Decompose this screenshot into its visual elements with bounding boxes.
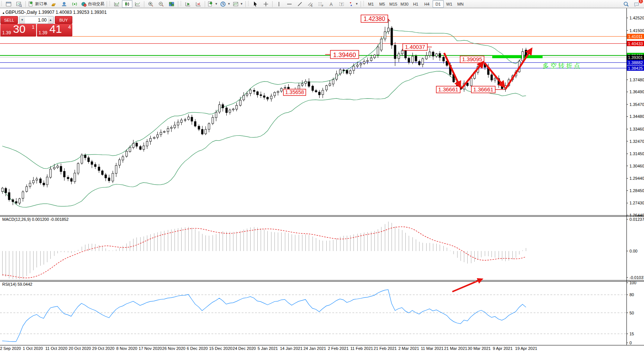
date-axis: 22 Sep 20201 Oct 202011 Oct 202020 Oct 2… xyxy=(0,346,537,351)
indicators-button[interactable]: ▼ xyxy=(206,0,219,8)
svg-text:1.41500: 1.41500 xyxy=(629,28,644,33)
date-tick-label: 19 Apr 2021 xyxy=(515,346,537,351)
arrows-dropdown-caret: ▼ xyxy=(355,2,358,6)
buy-price-small: 1.39 xyxy=(39,30,47,35)
search-button[interactable] xyxy=(621,0,631,8)
annotation-text: 1.42380 xyxy=(364,16,385,22)
one-click-trading-panel: SELL ▼ 1.00 ▲ BUY 1.39 30 1 1.39 41 4 xyxy=(0,16,72,37)
sell-price-small: 1.39 xyxy=(2,30,11,35)
svg-text:1.29440: 1.29440 xyxy=(629,176,644,181)
chart-ohlc-values: 1.39907 1.40083 1.39253 1.39301 xyxy=(38,10,107,15)
text-label-tool-button[interactable]: T xyxy=(336,0,347,8)
window-icon-button[interactable] xyxy=(3,0,14,8)
date-tick-label: 2 Feb 2021 xyxy=(328,346,349,351)
svg-text:1.35470: 1.35470 xyxy=(629,102,644,107)
date-tick-label: 14 Jan 2021 xyxy=(280,346,303,351)
annotation-text: 1.39460 xyxy=(333,51,356,59)
date-tick-label: 20 Oct 2020 xyxy=(69,346,91,351)
horizontal-line-tool-button[interactable] xyxy=(284,0,295,8)
crosshair-icon xyxy=(263,1,269,7)
support-zone-rectangle[interactable] xyxy=(492,55,543,58)
candlestick-icon xyxy=(124,1,130,7)
vertical-line-tool-button[interactable] xyxy=(274,0,284,8)
timeframe-h1-button[interactable]: H1 xyxy=(410,0,421,8)
equidistant-channel-tool-button[interactable]: E xyxy=(305,0,315,8)
line-chart-mode-button[interactable] xyxy=(132,0,143,8)
date-tick-label: 1 Oct 2020 xyxy=(23,346,43,351)
timeframe-m5-button[interactable]: M5 xyxy=(377,0,388,8)
gold-bar-icon xyxy=(51,1,57,7)
chart-shift-button[interactable] xyxy=(193,0,204,8)
indicators-icon xyxy=(207,1,213,7)
date-tick-label: 21 Mar 2021 xyxy=(444,346,467,351)
auto-scroll-button[interactable] xyxy=(183,0,193,8)
mt4-window: { "toolbar": { "new_order_label": "新订单",… xyxy=(0,0,644,351)
autotrade-button[interactable]: 自动交易 xyxy=(80,0,106,8)
vertical-line-icon xyxy=(276,1,282,7)
timeframe-m15-button[interactable]: M15 xyxy=(388,0,399,8)
date-tick-label: 29 Oct 2020 xyxy=(92,346,114,351)
profile-charts-button[interactable] xyxy=(14,0,24,8)
timeframe-h4-button[interactable]: H4 xyxy=(421,0,433,8)
svg-text:E: E xyxy=(311,4,313,7)
signals-button[interactable] xyxy=(69,0,80,8)
timeframe-w1-button[interactable]: W1 xyxy=(444,0,455,8)
svg-text:80: 80 xyxy=(629,292,634,297)
sell-price-big: 30 xyxy=(13,23,25,35)
note-layer[interactable]: 多空转折点 xyxy=(543,62,582,69)
candlestick-mode-button[interactable] xyxy=(122,0,132,8)
turning-point-note[interactable]: 多空转折点 xyxy=(543,62,582,69)
channel-icon: E xyxy=(307,1,313,7)
date-tick-label: 5 Jan 2021 xyxy=(258,346,278,351)
community-button[interactable] xyxy=(59,0,69,8)
svg-text:1.27430: 1.27430 xyxy=(629,201,644,205)
svg-text:T: T xyxy=(340,2,343,6)
buy-quote-panel[interactable]: 1.39 41 4 xyxy=(37,24,73,37)
fibonacci-icon: F xyxy=(318,1,324,7)
chart-magnifier-icon xyxy=(16,1,22,7)
timeframe-mn-button[interactable]: MN xyxy=(455,0,466,8)
chart-title: ▴GBPUSD-,Daily 1.39907 1.40083 1.39253 1… xyxy=(3,10,107,15)
text-tool-button[interactable]: A xyxy=(326,0,336,8)
date-tick-label: 24 Dec 2020 xyxy=(233,346,256,351)
arrows-tool-button[interactable]: ▼ xyxy=(347,0,359,8)
timeframe-m1-button[interactable]: M1 xyxy=(365,0,377,8)
timeframe-m30-button[interactable]: M30 xyxy=(399,0,410,8)
date-tick-label: 6 Dec 2020 xyxy=(187,346,208,351)
macd-label: MACD(12,26,9) 0.001200 -0.001852 xyxy=(2,217,69,222)
chart-shift-icon xyxy=(195,1,201,7)
svg-text:A: A xyxy=(330,1,333,7)
date-tick-label: 9 Apr 2021 xyxy=(493,346,512,351)
tile-windows-button[interactable] xyxy=(166,0,177,8)
date-tick-label: 21 Feb 2021 xyxy=(374,346,397,351)
notifications-button[interactable]: 1 xyxy=(631,0,642,8)
clock-icon xyxy=(220,1,226,7)
trendline-tool-button[interactable] xyxy=(295,0,305,8)
cursor-tool-button[interactable] xyxy=(250,0,261,8)
periods-button[interactable]: ▼ xyxy=(219,0,232,8)
fibonacci-tool-button[interactable]: F xyxy=(315,0,326,8)
bar-chart-mode-button[interactable] xyxy=(111,0,122,8)
svg-text:1.38425: 1.38425 xyxy=(628,66,643,70)
tile-windows-icon xyxy=(169,1,175,7)
chart-symbol-marker: ▴ xyxy=(3,11,4,15)
chart-canvas[interactable]: 1.425201.415001.374801.364901.354701.344… xyxy=(0,0,644,351)
crosshair-tool-button[interactable] xyxy=(261,0,271,8)
window-icon xyxy=(6,1,12,7)
date-tick-label: 24 Jan 2021 xyxy=(304,346,326,351)
text-icon: A xyxy=(328,1,334,7)
timeframe-d1-button[interactable]: D1 xyxy=(433,0,444,8)
svg-text:0.012372: 0.012372 xyxy=(629,217,644,222)
volume-value[interactable]: 1.00 xyxy=(25,16,48,23)
toolbar-grip[interactable] xyxy=(1,1,3,7)
svg-text:0: 0 xyxy=(629,341,632,345)
gold-button[interactable] xyxy=(48,0,59,8)
new-order-button[interactable]: 新订单 xyxy=(27,0,48,8)
svg-text:100: 100 xyxy=(629,281,636,285)
sell-quote-panel[interactable]: 1.39 30 1 xyxy=(0,24,36,37)
community-icon xyxy=(61,1,67,7)
templates-button[interactable]: ▼ xyxy=(232,0,244,8)
annotation-text: 1.36661 xyxy=(473,86,493,93)
zoom-in-button[interactable] xyxy=(145,0,156,8)
zoom-out-button[interactable] xyxy=(156,0,166,8)
